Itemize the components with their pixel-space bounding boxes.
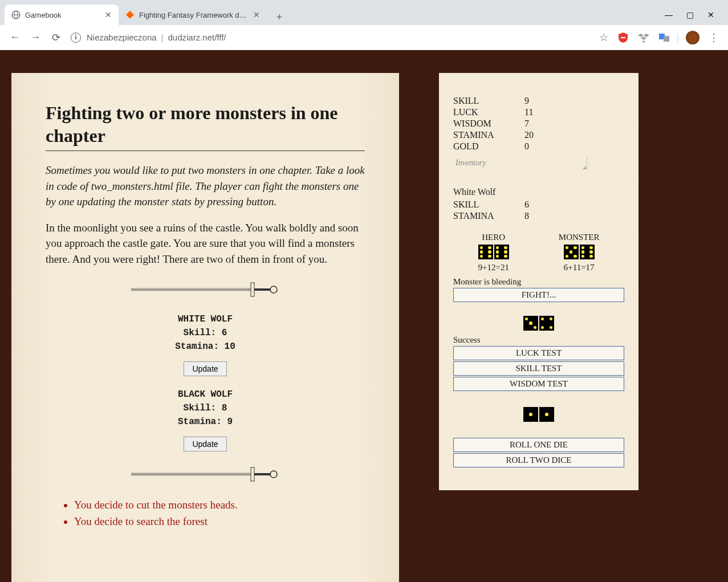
stat-wisdom: WISDOM7 <box>453 119 624 129</box>
bookmark-icon[interactable]: ☆ <box>599 31 608 44</box>
adblock-icon[interactable] <box>617 32 629 43</box>
globe-icon <box>11 10 21 19</box>
sword-divider-icon <box>46 463 365 486</box>
tab-fff[interactable]: Fighting Fantasy Framework dow... ✕ <box>119 5 267 25</box>
wisdom-test-button[interactable]: WISDOM TEST <box>453 377 624 391</box>
roll-two-button[interactable]: ROLL TWO DICE <box>453 453 624 467</box>
svg-rect-15 <box>251 467 254 481</box>
inventory-input[interactable]: Inventory <box>453 156 587 170</box>
intro-text: Sometimes you would like to put two mons… <box>46 162 365 210</box>
monster-name: BLACK WOLF <box>46 388 365 401</box>
update-button[interactable]: Update <box>184 361 226 376</box>
monster-name: WHITE WOLF <box>46 312 365 326</box>
combat-section: HERO 9+12=21 MONSTER 6+11=17 Monst <box>453 233 624 302</box>
monster-skill: Skill: 8 <box>46 401 365 415</box>
back-button[interactable]: ← <box>5 27 25 48</box>
hero-combat: HERO 9+12=21 <box>478 233 509 272</box>
stat-skill: SKILL9 <box>453 96 624 106</box>
stat-luck: LUCK11 <box>453 107 624 117</box>
page-title: Fighting two or more monsters in one cha… <box>46 101 365 151</box>
die-icon <box>539 316 554 331</box>
svg-rect-5 <box>664 36 669 42</box>
toolbar: ← → ⟳ i Niezabezpieczona | dudziarz.net/… <box>0 25 728 50</box>
fight-button[interactable]: FIGHT!... <box>453 288 624 302</box>
luck-status: Success <box>453 335 624 345</box>
die-icon <box>580 245 595 259</box>
maximize-button[interactable]: ▢ <box>686 10 694 19</box>
stats-sidebar: SKILL9 LUCK11 WISDOM7 STAMINA20 GOLD0 In… <box>439 73 638 490</box>
close-icon[interactable]: ✕ <box>253 10 260 19</box>
skill-test-button[interactable]: SKILL TEST <box>453 361 624 376</box>
monster-stamina: Stamina: 9 <box>46 415 365 429</box>
die-icon <box>539 407 554 422</box>
monster-black-wolf: BLACK WOLF Skill: 8 Stamina: 9 <box>46 388 365 429</box>
die-icon <box>523 407 538 422</box>
sourceforge-icon <box>125 10 135 19</box>
monster-stat-stamina: STAMINA8 <box>453 211 624 221</box>
stat-stamina: STAMINA20 <box>453 130 624 140</box>
close-window-button[interactable]: ✕ <box>707 10 714 19</box>
choice-item[interactable]: You decide to search the forest <box>74 514 365 530</box>
tab-title: Fighting Fantasy Framework dow... <box>139 11 249 19</box>
minimize-button[interactable]: — <box>665 10 673 19</box>
monster-stamina: Stamina: 10 <box>46 340 365 353</box>
profile-avatar[interactable] <box>686 31 699 44</box>
url-text: dudziarz.net/fff/ <box>168 32 226 42</box>
monster-skill: Skill: 6 <box>46 326 365 340</box>
monster-combat: MONSTER 6+11=17 <box>559 233 600 272</box>
new-tab-button[interactable]: + <box>271 9 287 25</box>
content-area: Fighting two or more monsters in one cha… <box>0 50 728 582</box>
menu-button[interactable]: ⋮ <box>709 31 719 44</box>
tab-bar: Gamebook ✕ Fighting Fantasy Framework do… <box>0 0 728 25</box>
luck-dice <box>453 316 624 331</box>
address-bar[interactable]: i Niezabezpieczona | dudziarz.net/fff/ <box>71 29 590 46</box>
stat-gold: GOLD0 <box>453 141 624 152</box>
window-controls: — ▢ ✕ <box>665 10 723 19</box>
dropbox-icon[interactable] <box>638 32 649 43</box>
svg-point-11 <box>270 286 277 293</box>
die-icon <box>494 245 509 259</box>
monster-stat-skill: SKILL6 <box>453 200 624 210</box>
die-icon <box>564 245 579 259</box>
forward-button[interactable]: → <box>25 27 46 48</box>
die-icon <box>478 245 493 259</box>
close-icon[interactable]: ✕ <box>105 10 112 19</box>
story-parchment: Fighting two or more monsters in one cha… <box>11 73 399 582</box>
roll-dice <box>453 407 624 422</box>
update-button[interactable]: Update <box>184 437 226 451</box>
luck-test-button[interactable]: LUCK TEST <box>453 346 624 360</box>
combat-status: Monster is bleeding <box>453 277 624 287</box>
die-icon <box>523 316 538 331</box>
info-icon[interactable]: i <box>71 32 81 43</box>
translate-icon[interactable] <box>658 32 670 43</box>
tab-gamebook[interactable]: Gamebook ✕ <box>5 5 119 25</box>
monster-white-wolf: WHITE WOLF Skill: 6 Stamina: 10 <box>46 312 365 353</box>
security-label: Niezabezpieczona <box>87 32 157 42</box>
svg-point-17 <box>270 471 277 478</box>
choice-item[interactable]: You decide to cut the monsters heads. <box>74 497 365 514</box>
current-monster-name: White Wolf <box>453 187 624 197</box>
svg-rect-3 <box>621 37 625 38</box>
main-panel[interactable]: Fighting two or more monsters in one cha… <box>0 50 399 582</box>
sword-divider-icon <box>46 278 365 301</box>
story-text: In the moonlight you see a ruins of the … <box>46 220 365 267</box>
choice-list: You decide to cut the monsters heads. Yo… <box>46 497 365 530</box>
svg-rect-9 <box>251 283 254 296</box>
roll-one-button[interactable]: ROLL ONE DIE <box>453 438 624 452</box>
tab-title: Gamebook <box>25 11 100 19</box>
browser-chrome: Gamebook ✕ Fighting Fantasy Framework do… <box>0 0 728 50</box>
reload-button[interactable]: ⟳ <box>46 27 66 48</box>
